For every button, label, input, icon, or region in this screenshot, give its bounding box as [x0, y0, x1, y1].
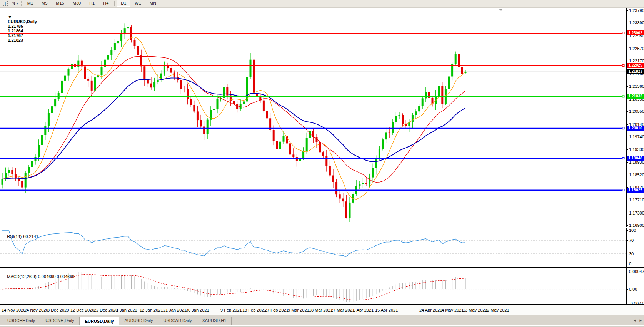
- timeframe-button-w1[interactable]: W1: [131, 0, 145, 7]
- axis-tick: [626, 61, 628, 61]
- chart-tab-usdcad-daily[interactable]: USDCAD,Daily: [158, 317, 197, 325]
- axis-tick: [626, 111, 628, 112]
- axis-tick-label: 1.19740: [629, 134, 644, 139]
- axis-tick-label: 0: [629, 262, 631, 266]
- time-axis-label: 6 Apr 2021: [353, 308, 374, 312]
- time-axis-label: 3 Dec 2020: [47, 308, 69, 312]
- axis-tick-label: 100: [629, 228, 636, 233]
- timeframe-button-m5[interactable]: M5: [38, 0, 51, 7]
- current-price-badge: 1.21823: [627, 69, 644, 74]
- chart-title: ▼ EURUSD,Daily 1.21785 1.21864 1.21767 1…: [3, 10, 38, 47]
- text-tool-button[interactable]: T: [1, 0, 9, 7]
- chart-tab-eurusd-daily[interactable]: EURUSD,Daily: [80, 317, 120, 325]
- pane-splitter-macd[interactable]: [0, 267, 644, 268]
- axis-tick: [626, 289, 628, 290]
- timeframe-button-h1[interactable]: H1: [85, 0, 98, 7]
- status-bar: [0, 325, 644, 327]
- time-axis-label: 18 Mar 2021: [309, 308, 333, 312]
- time-axis-label: 9 Mar 2021: [288, 308, 309, 312]
- cursor-tool-button[interactable]: ⇅ ▾: [10, 0, 20, 7]
- quote-low: 1.21767: [8, 33, 23, 38]
- time-axis-label: 27 Feb 2021: [265, 308, 289, 312]
- rsi-label: RSI(14)60.2141: [2, 230, 40, 243]
- chart-title-symbol: EURUSD,Daily: [8, 19, 37, 24]
- axis-tick-label: 1.19330: [629, 147, 644, 152]
- time-axis-label: 27 Mar 2021: [331, 308, 355, 312]
- chart-tab-usdcnh-daily[interactable]: USDCNH,Daily: [40, 317, 80, 325]
- time-axis-label: 18 Feb 2021: [242, 308, 266, 312]
- axis-tick-label: 1.18520: [629, 173, 644, 177]
- axis-tick-label: 0.00: [629, 287, 637, 292]
- axis-tick: [626, 23, 628, 23]
- axis-tick: [626, 200, 628, 200]
- trading-terminal-window: T ⇅ ▾ M1M5M15M30H1H4D1W1MN ▼ EURUSD,Dail…: [0, 0, 644, 327]
- chart-title-arrow-icon: ▼: [8, 15, 12, 19]
- axis-tick: [626, 124, 628, 125]
- axis-tick-label: 1.20550: [629, 109, 644, 114]
- hline-price-badge: 1.23062: [627, 30, 644, 35]
- axis-tick-label: 0.009478: [629, 269, 644, 274]
- pane-splitter-rsi[interactable]: [0, 227, 644, 228]
- rsi-value: 60.2141: [23, 234, 38, 239]
- time-axis[interactable]: 14 Nov 202024 Nov 20203 Dec 202012 Dec 2…: [0, 305, 644, 315]
- time-axis-label: 4 May 2021: [442, 308, 464, 312]
- axis-tick-label: 70: [629, 238, 634, 243]
- time-axis-label: 22 Dec 2020: [94, 308, 118, 312]
- axis-tick: [626, 86, 628, 87]
- axis-tick: [626, 240, 628, 241]
- time-axis-label: 15 Apr 2021: [375, 308, 398, 312]
- hline-price-badge: 1.20010: [627, 126, 644, 131]
- macd-indicator-canvas[interactable]: [0, 268, 644, 304]
- chart-tab-xauusd-h1[interactable]: XAUUSD,H1: [197, 317, 232, 325]
- time-axis-label: 24 Apr 2021: [419, 308, 442, 312]
- axis-tick: [626, 272, 628, 272]
- axis-tick: [626, 264, 628, 264]
- time-axis-label: 1 Jan 2021: [116, 308, 137, 312]
- timeframe-toolbar: M1M5M15M30H1H4D1W1MN: [23, 0, 160, 7]
- axis-tick: [626, 213, 628, 213]
- time-axis-label: 30 Jan 2021: [186, 308, 209, 312]
- timeframe-button-d1[interactable]: D1: [117, 0, 130, 7]
- hline-price-badge: 1.21032: [627, 94, 644, 99]
- quote-high: 1.21864: [8, 29, 23, 33]
- candlestick-chart-canvas[interactable]: [0, 8, 644, 227]
- time-axis-label: 12 Dec 2020: [70, 308, 94, 312]
- timeframe-button-m1[interactable]: M1: [23, 0, 37, 7]
- time-axis-label: 22 May 2021: [485, 308, 509, 312]
- axis-tick: [626, 225, 628, 226]
- time-axis-label: 9 Feb 2021: [220, 308, 242, 312]
- macd-label: MACD(12,26,9)0.004699 0.004660: [2, 270, 76, 283]
- axis-tick: [626, 162, 628, 163]
- tab-scroll-left-button[interactable]: ◂: [634, 318, 636, 323]
- axis-tick: [626, 137, 628, 137]
- timeframe-button-m30[interactable]: M30: [69, 0, 85, 7]
- chart-bottom-border: [0, 304, 644, 305]
- axis-tick: [626, 230, 628, 231]
- axis-tick-label: 1.16900: [629, 223, 644, 228]
- axis-tick: [626, 149, 628, 150]
- hline-price-badge: 1.19048: [627, 156, 644, 161]
- time-axis-label: 24 Nov 2020: [24, 308, 48, 312]
- chart-tab-audusd-daily[interactable]: AUDUSD,Daily: [119, 317, 158, 325]
- axis-tick-label: 1.17300: [629, 211, 644, 215]
- axis-tick-label: -0.007778: [629, 301, 644, 306]
- hline-price-badge: 1.18025: [627, 188, 644, 193]
- chart-tab-usdchf-daily[interactable]: USDCHF,Daily: [2, 317, 40, 325]
- tab-scroll-right-button[interactable]: ▸: [639, 318, 642, 323]
- timeframe-button-h4[interactable]: H4: [99, 0, 112, 7]
- timeframe-button-mn[interactable]: MN: [146, 0, 160, 7]
- timeframe-button-m15[interactable]: M15: [52, 0, 68, 7]
- chart-shift-marker-icon[interactable]: [499, 9, 503, 11]
- rsi-indicator-canvas[interactable]: [0, 228, 644, 267]
- time-axis-label: 12 Jan 2021: [140, 308, 163, 312]
- axis-tick: [626, 304, 628, 304]
- time-axis-label: 21 Jan 2021: [163, 308, 187, 312]
- axis-tick-label: 1.17710: [629, 198, 644, 202]
- axis-tick-label: 1.23390: [629, 20, 644, 25]
- axis-tick: [626, 10, 628, 11]
- axis-tick: [626, 99, 628, 99]
- axis-tick-label: 1.22570: [629, 46, 644, 51]
- axis-tick: [626, 49, 628, 49]
- quote-open: 1.21785: [8, 24, 23, 29]
- price-axis[interactable]: 1.237901.233901.229801.225701.221701.217…: [626, 8, 644, 304]
